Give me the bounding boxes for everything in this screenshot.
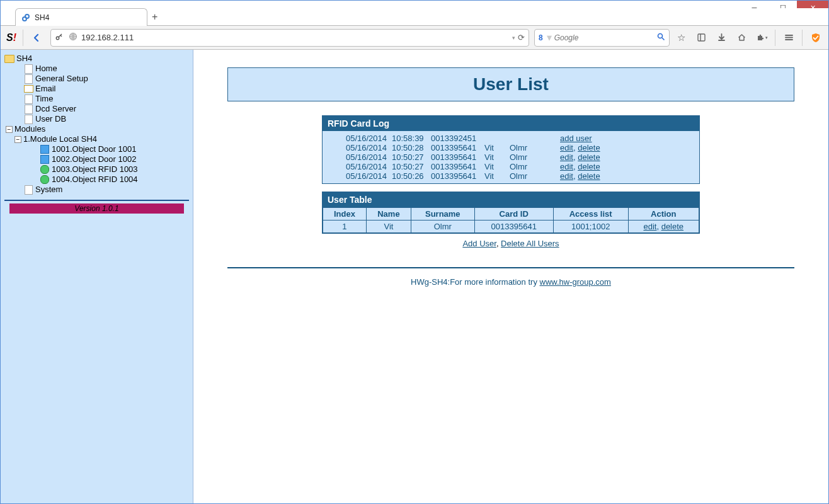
- log-date: 05/16/2014: [326, 152, 389, 162]
- main-content: User List RFID Card Log 05/16/201410:58:…: [193, 50, 828, 504]
- rfid-log-row: 05/16/201410:50:270013395641VitOlmredit,…: [326, 162, 695, 171]
- edit-link[interactable]: edit: [643, 222, 656, 231]
- menu-icon[interactable]: [780, 29, 798, 47]
- svg-rect-6: [698, 34, 705, 41]
- log-surname: [507, 134, 557, 143]
- rfid-log-row: 05/16/201410:50:260013395641VitOlmredit,…: [326, 171, 695, 181]
- page-icon: [23, 185, 33, 194]
- log-actions: add user: [557, 134, 695, 143]
- tree-time[interactable]: Time: [35, 94, 53, 104]
- tree-collapse-icon[interactable]: −: [6, 126, 13, 133]
- tree-system[interactable]: System: [35, 185, 62, 195]
- rfid-log-panel: RFID Card Log 05/16/201410:58:3900133924…: [322, 115, 700, 184]
- svg-point-1: [25, 14, 29, 18]
- log-actions: edit, delete: [557, 171, 695, 181]
- user-table-links: Add User, Delete All Users: [227, 239, 794, 248]
- page-icon: [23, 115, 33, 123]
- puzzle-icon[interactable]: ▾: [753, 29, 770, 47]
- page-icon: [23, 105, 33, 113]
- add-user-link[interactable]: Add User: [462, 239, 496, 248]
- cell-surname: Olmr: [411, 220, 474, 233]
- back-button[interactable]: [28, 29, 45, 47]
- rfid-log-row: 05/16/201410:50:280013395641VitOlmredit,…: [326, 143, 695, 152]
- delete-link[interactable]: delete: [578, 162, 600, 171]
- col-action: Action: [628, 208, 699, 220]
- url-bar[interactable]: ▾ ⟳: [50, 29, 529, 47]
- add-user-link[interactable]: add user: [560, 134, 592, 143]
- folder-icon: [4, 54, 14, 63]
- tree-user-db[interactable]: User DB: [35, 114, 66, 124]
- edit-link[interactable]: edit: [560, 162, 573, 171]
- page-icon: [23, 94, 33, 103]
- toolbar-divider: [802, 30, 803, 46]
- user-table-title: User Table: [323, 192, 699, 207]
- delete-link[interactable]: delete: [661, 222, 683, 231]
- reload-button[interactable]: ⟳: [518, 33, 525, 42]
- tree-obj-1002[interactable]: 1002.Object Door 1002: [52, 154, 136, 164]
- search-engine-icon[interactable]: 8: [539, 33, 543, 42]
- url-input[interactable]: [81, 33, 510, 42]
- delete-link[interactable]: delete: [578, 152, 600, 162]
- extension-icon[interactable]: S!: [4, 31, 18, 45]
- bookmark-star-icon[interactable]: ☆: [672, 29, 690, 47]
- url-dropdown[interactable]: ▾: [512, 35, 515, 41]
- page-title-box: User List: [227, 67, 794, 101]
- cell-card-id: 0013395641: [474, 220, 553, 233]
- log-date: 05/16/2014: [326, 162, 389, 171]
- log-date: 05/16/2014: [326, 171, 389, 181]
- log-actions: edit, delete: [557, 162, 695, 171]
- svg-point-4: [658, 33, 663, 38]
- search-input[interactable]: [554, 33, 657, 42]
- log-card: 0013395641: [428, 152, 482, 162]
- rfid-icon: [40, 175, 50, 184]
- globe-icon: [69, 32, 77, 43]
- search-icon[interactable]: [657, 33, 665, 43]
- new-tab-button[interactable]: +: [152, 11, 157, 23]
- browser-tab[interactable]: SH4: [15, 8, 147, 26]
- col-surname: Surname: [411, 208, 474, 220]
- tab-title: SH4: [35, 13, 49, 22]
- delete-link[interactable]: delete: [578, 171, 600, 181]
- page-icon: [23, 64, 33, 73]
- door-icon: [40, 155, 50, 164]
- tree-module1[interactable]: 1.Module Local SH4: [23, 134, 97, 144]
- shield-icon[interactable]: [807, 29, 825, 47]
- cell-actions: edit, delete: [628, 220, 699, 233]
- tree-modules[interactable]: Modules: [14, 124, 45, 134]
- sidebar-icon[interactable]: [692, 29, 710, 47]
- downloads-icon[interactable]: [712, 29, 730, 47]
- door-icon: [40, 145, 50, 154]
- tree-email[interactable]: Email: [35, 84, 56, 94]
- delete-link[interactable]: delete: [578, 143, 600, 152]
- tree-root[interactable]: SH4: [16, 54, 32, 64]
- col-card-id: Card ID: [474, 208, 553, 220]
- log-time: 10:50:26: [389, 171, 428, 181]
- edit-link[interactable]: edit: [560, 171, 573, 181]
- tree-dcd-server[interactable]: Dcd Server: [35, 104, 76, 114]
- tree-general-setup[interactable]: General Setup: [35, 74, 88, 84]
- page-title: User List: [228, 74, 794, 94]
- tree-obj-1004[interactable]: 1004.Object RFID 1004: [52, 175, 138, 185]
- footer-divider: [227, 267, 794, 268]
- delete-all-users-link[interactable]: Delete All Users: [501, 239, 559, 248]
- tree-home[interactable]: Home: [35, 64, 57, 74]
- log-actions: edit, delete: [557, 152, 695, 162]
- tree-obj-1001[interactable]: 1001.Object Door 1001: [52, 144, 136, 154]
- search-bar[interactable]: 8 ▾: [534, 29, 670, 47]
- toolbar-divider: [23, 30, 23, 46]
- log-card: 0013395641: [428, 171, 482, 181]
- footer-text: HWg-SH4:For more information try: [411, 277, 539, 287]
- tree-obj-1003[interactable]: 1003.Object RFID 1003: [52, 164, 138, 175]
- home-icon[interactable]: [733, 29, 750, 47]
- log-card: 0013395641: [428, 162, 482, 171]
- edit-link[interactable]: edit: [560, 143, 573, 152]
- svg-line-5: [662, 38, 665, 40]
- edit-link[interactable]: edit: [560, 152, 573, 162]
- cell-access-list: 1001;1002: [553, 220, 628, 233]
- toolbar-divider: [775, 30, 775, 46]
- cell-index: 1: [323, 220, 367, 233]
- footer-link[interactable]: www.hw-group.com: [540, 277, 611, 287]
- cell-name: Vit: [366, 220, 411, 233]
- tree-collapse-icon[interactable]: −: [14, 136, 21, 143]
- log-time: 10:50:28: [389, 143, 428, 152]
